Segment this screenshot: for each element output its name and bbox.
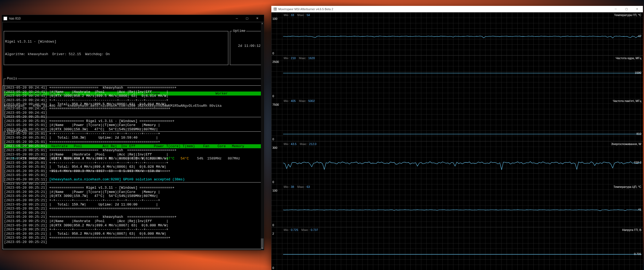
log-line: [2023-05-20 09:24:41] |0|RTX 3090|958.2 … bbox=[4, 94, 262, 98]
scroll-up-icon[interactable]: ▲ bbox=[261, 22, 264, 25]
log-line: [2023-05-20 09:25:01] +-+--------+------… bbox=[4, 132, 262, 136]
ab-maximize-button[interactable]: ▢ bbox=[621, 6, 632, 12]
log-line: [2023-05-20 09:25:01] bbox=[4, 115, 262, 119]
log-line: [2023-05-20 09:25:21] +================ … bbox=[4, 186, 262, 190]
chart-line bbox=[271, 98, 643, 141]
log-line: [2023-05-20 09:25:21] | Total: 958.2 MH/… bbox=[4, 232, 262, 236]
chart-1[interactable]: Мін :210Макс :1620Частота ядра, МГц25000… bbox=[271, 55, 643, 98]
chart-line bbox=[271, 12, 643, 55]
chart-3[interactable]: Мін :43.5Макс :212.0Энергоспоживання, W3… bbox=[271, 141, 643, 184]
log-line: [2023-05-20 09:25:01] bbox=[4, 173, 262, 177]
pools-label: Pools bbox=[6, 77, 18, 81]
log-line: [2023-05-20 09:25:21] | Total: 159.7W| U… bbox=[4, 203, 262, 207]
log-line: [2023-05-20 09:24:41] +-+--------+------… bbox=[4, 98, 262, 102]
afterburner-title: Моніторинг MSI Afterburner v4.6.5 Beta 2 bbox=[278, 7, 333, 11]
log-line: [2023-05-20 09:25:11] [kheavyhash.auto.n… bbox=[4, 177, 262, 182]
log-line: [2023-05-20 09:25:01] +================ … bbox=[4, 119, 262, 123]
log-line: [2023-05-20 09:24:41] +=================… bbox=[4, 107, 262, 111]
chart-line bbox=[271, 184, 643, 227]
log-line: [2023-05-20 09:25:21] |#|Name |Hashrate … bbox=[4, 219, 262, 223]
log-line: [2023-05-20 09:25:21] bbox=[4, 211, 262, 215]
maximize-button[interactable]: ▢ bbox=[242, 15, 252, 22]
log-line: [2023-05-20 09:25:21] +=================… bbox=[4, 215, 262, 219]
log-line: [2023-05-20 09:25:01] |#|Name |Power |T(… bbox=[4, 123, 262, 127]
log-area[interactable]: [2023-05-20 09:24:41] +=================… bbox=[3, 85, 263, 249]
afterburner-titlebar[interactable]: Моніторинг MSI Afterburner v4.6.5 Beta 2… bbox=[271, 6, 643, 12]
ab-minimize-button[interactable]: ─ bbox=[610, 6, 621, 12]
uptime-value: 2d 11:00:12 bbox=[231, 44, 261, 48]
scroll-down-icon[interactable]: ▼ bbox=[261, 247, 264, 250]
log-line: [2023-05-20 09:24:41] |#|Name |Hashrate … bbox=[4, 90, 262, 94]
log-line: [2023-05-20 09:25:01] | Total: 158.3W| U… bbox=[4, 136, 262, 140]
log-line: [2023-05-20 09:25:01] +=================… bbox=[4, 140, 262, 144]
terminal-body[interactable]: Rigel v1.3.11 - [Windows] Algorithm: khe… bbox=[2, 22, 263, 249]
afterburner-icon bbox=[273, 7, 277, 11]
log-line: [2023-05-20 09:25:01] bbox=[4, 144, 262, 148]
log-line: [2023-05-20 09:25:21] bbox=[4, 182, 262, 186]
afterburner-window: Моніторинг MSI Afterburner v4.6.5 Beta 2… bbox=[271, 6, 643, 270]
log-line: [2023-05-20 09:25:01] |#|Name |Hashrate … bbox=[4, 153, 262, 157]
console-title: kas 810 bbox=[9, 17, 21, 20]
log-line: [2023-05-20 09:24:41] | Total: 958.2 MH/… bbox=[4, 102, 262, 107]
log-line: [2023-05-20 09:25:21] +=================… bbox=[4, 236, 262, 240]
algo-line: Algorithm: kheavyhash Driver: 512.15 Wat… bbox=[5, 52, 227, 56]
chart-0[interactable]: Мін :33Макс :54Температура ГП, °С100047 bbox=[271, 12, 643, 55]
uptime-label: Uptime bbox=[232, 29, 246, 33]
chart-line bbox=[271, 141, 643, 184]
log-line: [2023-05-20 09:24:41] bbox=[4, 111, 262, 115]
log-line: [2023-05-20 09:24:41] +=================… bbox=[4, 86, 262, 90]
afterburner-body: Мін :33Макс :54Температура ГП, °С100047М… bbox=[271, 12, 643, 270]
console-window: kas 810 ─ ▢ ✕ Rigel v1.3.11 - [Windows] … bbox=[2, 15, 264, 250]
log-line: [2023-05-20 09:25:01] +=================… bbox=[4, 148, 262, 153]
chart-line bbox=[271, 227, 643, 270]
console-scrollbar[interactable]: ▲ ▼ bbox=[261, 22, 264, 250]
close-button[interactable]: ✕ bbox=[252, 15, 262, 22]
log-line: [2023-05-20 09:25:21] +=================… bbox=[4, 207, 262, 211]
log-line: [2023-05-20 09:25:21] +-+--------+------… bbox=[4, 227, 262, 232]
minimize-button[interactable]: ─ bbox=[232, 15, 242, 22]
console-titlebar[interactable]: kas 810 ─ ▢ ✕ bbox=[2, 15, 264, 22]
log-line: [2023-05-20 09:25:01] | Total: 954.4 MH/… bbox=[4, 165, 262, 169]
log-line: [2023-05-20 09:25:01] +-+--------+------… bbox=[4, 161, 262, 165]
log-line: [2023-05-20 09:25:21] |#|Name |Power |T(… bbox=[4, 190, 262, 194]
log-line: [2023-05-20 09:25:01] +=================… bbox=[4, 169, 262, 173]
header-line: Rigel v1.3.11 - [Windows] bbox=[5, 40, 227, 44]
log-line: [2023-05-20 09:25:21] |0|RTX 3090|958.2 … bbox=[4, 223, 262, 228]
chart-5[interactable]: Мін :0.725Макс :0.737Напруга ГП, В200.73… bbox=[271, 227, 643, 270]
log-line: [2023-05-20 09:25:21] bbox=[4, 240, 262, 244]
log-line: [2023-05-20 09:25:21] +-+--------+------… bbox=[4, 198, 262, 203]
log-line: [2023-05-20 09:25:01] |0|RTX 3090|158.3W… bbox=[4, 127, 262, 132]
log-line: [2023-05-20 09:25:01] |0|RTX 3090|954.4 … bbox=[4, 157, 262, 161]
ab-close-button[interactable]: ✕ bbox=[632, 6, 642, 12]
chart-4[interactable]: Мін :38Макс :63Температура ЦП, °С100041 bbox=[271, 184, 643, 227]
log-line: [2023-05-20 09:25:21] |0|RTX 3090|159.7W… bbox=[4, 194, 262, 198]
chart-line bbox=[271, 55, 643, 98]
chart-2[interactable]: Мін :405Макс :5002Частота пам'яті, МГц75… bbox=[271, 98, 643, 141]
app-icon bbox=[3, 17, 7, 20]
